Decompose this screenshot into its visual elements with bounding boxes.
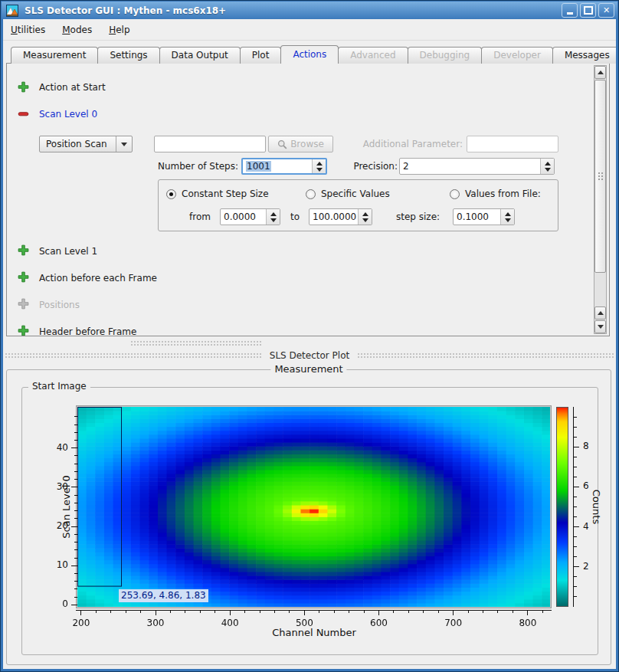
y-tick-label: 20 xyxy=(39,520,68,531)
spin-arrows[interactable] xyxy=(266,209,280,225)
y-tick-label: 0 xyxy=(39,598,68,609)
y-minor-tick xyxy=(74,416,77,417)
to-spinbox[interactable]: 100.0000 xyxy=(309,208,372,225)
maximize-button[interactable] xyxy=(580,3,596,18)
colorbar-major-tick xyxy=(573,526,579,527)
scroll-down-button[interactable] xyxy=(594,320,606,333)
spin-down-icon[interactable] xyxy=(270,218,277,222)
spin-down-icon[interactable] xyxy=(316,168,323,172)
action-at-start-button[interactable]: Action at Start xyxy=(39,81,106,93)
tab-plot[interactable]: Plot xyxy=(240,47,282,64)
scan-level-0-button[interactable]: Scan Level 0 xyxy=(39,108,97,120)
spin-arrows[interactable] xyxy=(312,159,326,173)
close-button[interactable]: ✕ xyxy=(598,3,614,18)
scrollbar-thumb[interactable] xyxy=(594,80,606,273)
spin-arrows[interactable] xyxy=(358,209,372,225)
plus-icon[interactable] xyxy=(18,81,29,93)
plot-area: Scan Level 0 Channel Number Counts 20030… xyxy=(21,387,597,654)
y-minor-tick xyxy=(74,432,77,433)
magnifier-icon xyxy=(277,139,287,149)
x-minor-tick xyxy=(423,610,424,613)
plus-icon[interactable] xyxy=(18,244,29,256)
x-minor-tick xyxy=(408,610,409,613)
radio-constant-label: Constant Step Size xyxy=(182,188,269,199)
radio-selected-dot xyxy=(169,192,173,196)
y-minor-tick xyxy=(74,455,77,456)
x-major-tick xyxy=(80,610,81,615)
radio-constant-step-size[interactable]: Constant Step Size xyxy=(166,188,269,200)
precision-input[interactable]: 2 xyxy=(400,159,540,174)
spin-down-icon[interactable] xyxy=(362,218,368,222)
scan-mode-select[interactable]: Position Scan xyxy=(39,136,133,152)
y-minor-tick xyxy=(74,558,77,559)
scan-level-1-button[interactable]: Scan Level 1 xyxy=(39,245,97,257)
x-major-tick xyxy=(230,610,231,615)
x-minor-tick xyxy=(140,610,141,613)
y-minor-tick xyxy=(74,581,77,582)
colorbar-minor-tick xyxy=(573,417,577,418)
additional-parameter-label: Additional Parameter: xyxy=(355,136,463,152)
tab-debugging: Debugging xyxy=(408,47,483,64)
colorbar-minor-tick xyxy=(573,467,577,467)
radio-specific-values[interactable]: Specific Values xyxy=(306,188,390,200)
tab-data-output[interactable]: Data Output xyxy=(159,47,241,64)
spin-up-icon[interactable] xyxy=(545,162,551,166)
tab-settings[interactable]: Settings xyxy=(97,47,159,64)
spin-down-icon[interactable] xyxy=(505,218,511,222)
tab-messages[interactable]: Messages xyxy=(552,47,619,64)
vertical-scrollbar[interactable] xyxy=(594,65,607,334)
colorbar-minor-tick xyxy=(573,437,577,438)
additional-parameter-input xyxy=(467,136,558,152)
arrow-up-icon xyxy=(598,311,604,315)
y-tick-label: 10 xyxy=(39,559,68,570)
menu-help[interactable]: Help xyxy=(101,21,137,38)
plot-dock-titlebar[interactable]: SLS Detector Plot xyxy=(5,349,614,361)
spin-up-icon[interactable] xyxy=(362,212,368,216)
number-of-steps-input[interactable]: 1001 xyxy=(243,159,312,173)
x-minor-tick xyxy=(110,610,111,613)
minimize-button[interactable] xyxy=(562,3,578,18)
number-of-steps-spinbox[interactable]: 1001 xyxy=(241,158,327,175)
arrow-down-icon xyxy=(598,325,604,329)
scroll-up-button[interactable] xyxy=(594,66,606,79)
menu-utilities[interactable]: Utilities xyxy=(3,21,53,38)
titlebar[interactable]: SLS Detector GUI : Mythen - mcs6x18+ ✕ xyxy=(2,2,617,19)
tab-actions[interactable]: Actions xyxy=(280,45,339,64)
tab-measurement[interactable]: Measurement xyxy=(11,47,98,64)
x-minor-tick xyxy=(170,610,171,613)
plus-icon[interactable] xyxy=(18,271,29,283)
splitter-handle[interactable] xyxy=(130,340,262,346)
x-tick-label: 700 xyxy=(440,618,467,628)
menu-help-label: H xyxy=(109,25,116,35)
combo-dropdown-button[interactable] xyxy=(116,136,132,152)
heatmap-canvas[interactable] xyxy=(77,407,550,607)
spin-up-icon[interactable] xyxy=(316,162,323,166)
from-spinbox[interactable]: 0.0000 xyxy=(220,208,280,225)
minus-icon[interactable] xyxy=(18,108,29,120)
radio-values-from-file[interactable]: Values from File: xyxy=(450,188,541,200)
colorbar-minor-tick xyxy=(573,536,577,537)
to-input[interactable]: 100.0000 xyxy=(310,209,358,225)
spin-arrows[interactable] xyxy=(500,209,514,225)
x-minor-tick xyxy=(319,610,319,613)
from-input[interactable]: 0.0000 xyxy=(221,209,266,225)
menu-modes-label: M xyxy=(62,25,70,35)
spin-up-icon[interactable] xyxy=(505,212,511,216)
colorbar-minor-tick xyxy=(573,427,577,428)
scroll-up-button-bottom[interactable] xyxy=(594,306,606,320)
step-size-input[interactable]: 0.1000 xyxy=(454,209,500,225)
colorbar-minor-tick xyxy=(573,516,577,517)
tab-advanced: Advanced xyxy=(338,47,408,64)
precision-spinbox[interactable]: 2 xyxy=(399,158,555,175)
positions-button: Positions xyxy=(39,299,80,311)
spin-down-icon[interactable] xyxy=(545,168,551,172)
action-before-frame-button[interactable]: Action before each Frame xyxy=(39,272,157,284)
plus-icon[interactable] xyxy=(18,325,29,336)
spin-up-icon[interactable] xyxy=(270,212,277,216)
spin-arrows[interactable] xyxy=(540,159,554,174)
header-before-frame-button[interactable]: Header before Frame xyxy=(39,326,136,336)
x-tick-label: 300 xyxy=(142,618,169,628)
menu-modes[interactable]: Modes xyxy=(54,21,100,38)
step-size-spinbox[interactable]: 0.1000 xyxy=(453,208,515,225)
scan-file-input[interactable] xyxy=(154,136,266,152)
